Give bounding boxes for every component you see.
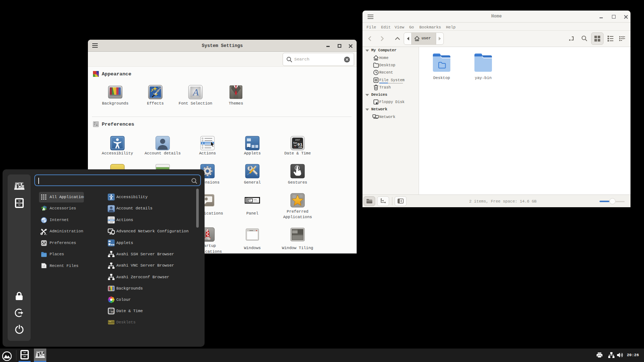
- svg-text:JAN: JAN: [298, 146, 302, 149]
- svg-text:01: 01: [111, 311, 114, 313]
- svg-text:A: A: [192, 87, 199, 98]
- svg-text:2007: 2007: [295, 139, 300, 141]
